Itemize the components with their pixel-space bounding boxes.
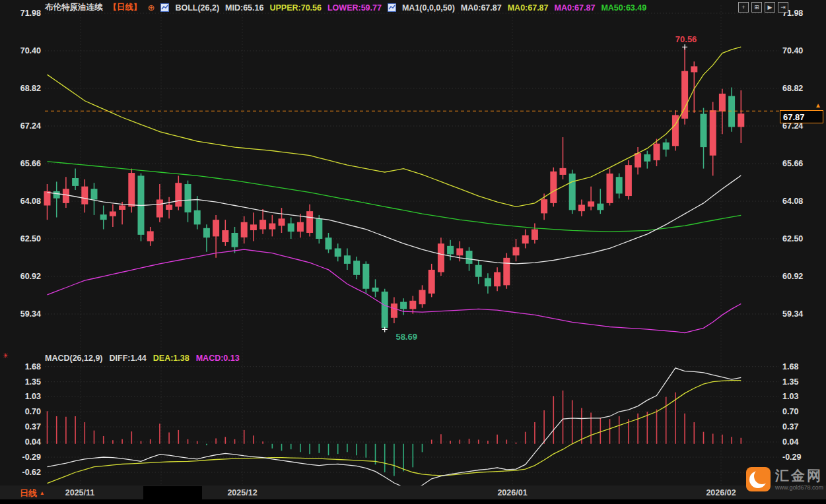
add-panel-icon[interactable]: ⊞	[751, 2, 762, 13]
axis-label: 64.08	[782, 197, 803, 206]
instrument-title: 布伦特原油连续	[45, 2, 103, 13]
axis-label: 65.66	[1, 159, 41, 168]
price-up-arrow-icon: ▲	[815, 102, 821, 109]
axis-label: 65.66	[782, 159, 803, 168]
axis-label: 70.40	[1, 46, 41, 55]
axis-label: 64.08	[1, 197, 41, 206]
shift-right-icon[interactable]: ⇥	[778, 2, 788, 13]
kline-chart-icon[interactable]	[160, 3, 169, 12]
axis-label: 0.04	[782, 437, 798, 447]
axis-label: 1.35	[1, 377, 41, 387]
period-selector[interactable]: 日线 ▲	[20, 488, 45, 499]
axis-label: 60.92	[1, 272, 41, 281]
axis-label: 0.70	[782, 407, 798, 416]
last-price-value: 67.87	[783, 112, 805, 122]
site-name: 汇金网	[775, 467, 823, 484]
indicator-value: MA50:63.49	[601, 3, 646, 13]
bottom-strip	[0, 499, 826, 504]
axis-label: 1.68	[782, 362, 798, 371]
axis-label: 1.03	[782, 392, 798, 401]
axis-label: 62.50	[1, 234, 41, 243]
indicator-value: DIFF:1.44	[110, 354, 147, 363]
axis-label: 0.04	[1, 437, 41, 447]
axis-label: 59.34	[1, 309, 41, 319]
macd-indicator-bar: MACD(26,12,9)DIFF:1.44DEA:1.38MACD:0.13	[45, 354, 240, 363]
indicator-value: MACD(26,12,9)	[45, 354, 103, 363]
redacted-date-label	[143, 486, 202, 499]
indicator-value: MID:65.16	[225, 3, 263, 13]
axis-label: 60.92	[782, 272, 803, 281]
high-price-annotation: 70.56	[656, 34, 716, 44]
indicator-value: MA1(0,0,0,50)	[402, 3, 455, 13]
play-icon[interactable]: ▶	[765, 2, 775, 13]
axis-label: 1.03	[1, 392, 41, 401]
crosshair-icon[interactable]: +	[738, 2, 749, 13]
kline-chart-icon[interactable]	[388, 3, 396, 12]
axis-label: -0.62	[1, 468, 41, 477]
last-price-tag: 67.87	[780, 110, 823, 123]
axis-label: 68.82	[782, 84, 803, 93]
indicator-value: MA0:67.87	[461, 3, 502, 13]
axis-label: 68.82	[1, 84, 41, 93]
date-label: 2026/01	[497, 488, 527, 497]
axis-label: 62.50	[782, 234, 803, 243]
triangle-up-icon: ▲	[40, 490, 45, 496]
ma-indicator-values: MA1(0,0,0,50)MA0:67.87MA0:67.87MA0:67.87…	[402, 3, 646, 13]
indicator-value: MA0:67.87	[508, 3, 549, 13]
indicator-value: BOLL(26,2)	[175, 3, 219, 13]
huijin-logo-icon	[746, 467, 771, 491]
indicator-value: MACD:0.13	[196, 354, 240, 363]
axis-label: 0.70	[1, 407, 41, 416]
indicator-value: UPPER:70.56	[269, 3, 322, 13]
axis-label: 67.24	[1, 121, 41, 131]
axis-label: 71.98	[1, 9, 41, 18]
date-label: 2025/11	[65, 488, 95, 497]
axis-label: 1.68	[1, 362, 41, 371]
axis-label: 0.37	[1, 422, 41, 431]
date-label: 2026/02	[706, 488, 736, 497]
alert-sun-icon[interactable]: ☀	[1, 352, 10, 360]
chart-toolbar: +⊞▶⇥	[738, 2, 788, 13]
axis-label: 0.37	[782, 422, 798, 431]
indicator-value: MA0:67.87	[555, 3, 596, 13]
indicator-value: DEA:1.38	[153, 354, 189, 363]
axis-label: -0.29	[782, 453, 802, 462]
axis-label: 70.40	[782, 46, 803, 55]
site-logo[interactable]: 汇金网 www.gold678.com	[746, 467, 823, 491]
boll-indicator-values: BOLL(26,2)MID:65.16UPPER:70.56LOWER:59.7…	[175, 3, 382, 13]
date-label: 2025/12	[227, 488, 257, 497]
period-tag[interactable]: 【日线】	[109, 2, 142, 13]
axis-label: -0.29	[1, 453, 41, 462]
bottom-bar: 日线 ▲ 2025/112025/122026/012026/02	[0, 486, 826, 499]
chart-app: 布伦特原油连续 【日线】 ⊕ BOLL(26,2)MID:65.16UPPER:…	[0, 0, 826, 504]
indicator-value: LOWER:59.77	[327, 3, 382, 13]
add-indicator-icon[interactable]: ⊕	[148, 3, 155, 12]
main-indicator-bar: 布伦特原油连续 【日线】 ⊕ BOLL(26,2)MID:65.16UPPER:…	[45, 2, 646, 13]
axis-label: 1.35	[782, 377, 798, 387]
chart-canvas[interactable]	[0, 0, 826, 504]
axis-label: 59.34	[782, 309, 803, 319]
site-url: www.gold678.com	[775, 484, 823, 491]
low-price-annotation: 58.69	[377, 332, 436, 342]
